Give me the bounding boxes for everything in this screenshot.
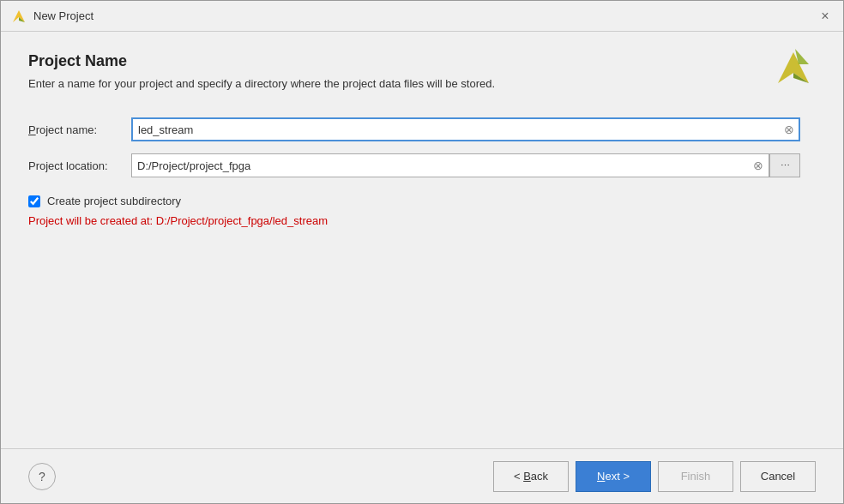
next-button[interactable]: Next >	[576, 461, 651, 492]
svg-marker-2	[778, 52, 809, 83]
project-path-info: Project will be created at: D:/Project/p…	[28, 214, 816, 227]
project-name-input-wrapper: ⊗	[131, 117, 800, 141]
content-area: Project Name Enter a name for your proje…	[1, 32, 843, 448]
project-name-clear-button[interactable]: ⊗	[781, 122, 797, 137]
create-subdirectory-checkbox[interactable]	[28, 195, 40, 207]
project-location-input[interactable]	[131, 153, 769, 177]
form-section: Project name: ⊗ Project location: ⊗ ⋯	[28, 117, 816, 177]
create-subdirectory-row: Create project subdirectory	[28, 195, 816, 207]
title-bar: New Project ×	[1, 1, 843, 32]
back-button[interactable]: < Back	[493, 461, 569, 492]
quartus-logo	[775, 45, 816, 87]
finish-button[interactable]: Finish	[658, 461, 733, 492]
new-project-dialog: New Project × Project Name Enter a name …	[0, 0, 844, 504]
project-location-row: Project location: ⊗ ⋯	[28, 153, 816, 177]
app-icon	[11, 9, 27, 24]
project-name-input[interactable]	[131, 117, 800, 141]
project-location-inner: ⊗	[131, 153, 769, 177]
cancel-button[interactable]: Cancel	[740, 461, 816, 492]
project-name-label: Project name:	[28, 123, 131, 136]
project-name-row: Project name: ⊗	[28, 117, 816, 141]
help-button[interactable]: ?	[28, 463, 56, 490]
create-subdirectory-label[interactable]: Create project subdirectory	[47, 195, 181, 207]
project-location-browse-button[interactable]: ⋯	[769, 153, 800, 177]
project-location-label: Project location:	[28, 159, 131, 172]
page-description: Enter a name for your project and specif…	[28, 77, 543, 90]
logo-area	[775, 45, 816, 89]
close-button[interactable]: ×	[817, 9, 833, 24]
page-title: Project Name	[28, 52, 816, 70]
project-location-wrapper: ⊗ ⋯	[131, 153, 800, 177]
bottom-bar: ? < Back Next > Finish Cancel	[1, 448, 843, 503]
navigation-buttons: < Back Next > Finish Cancel	[493, 461, 816, 492]
project-location-clear-button[interactable]: ⊗	[751, 158, 766, 173]
dialog-title: New Project	[33, 9, 817, 22]
